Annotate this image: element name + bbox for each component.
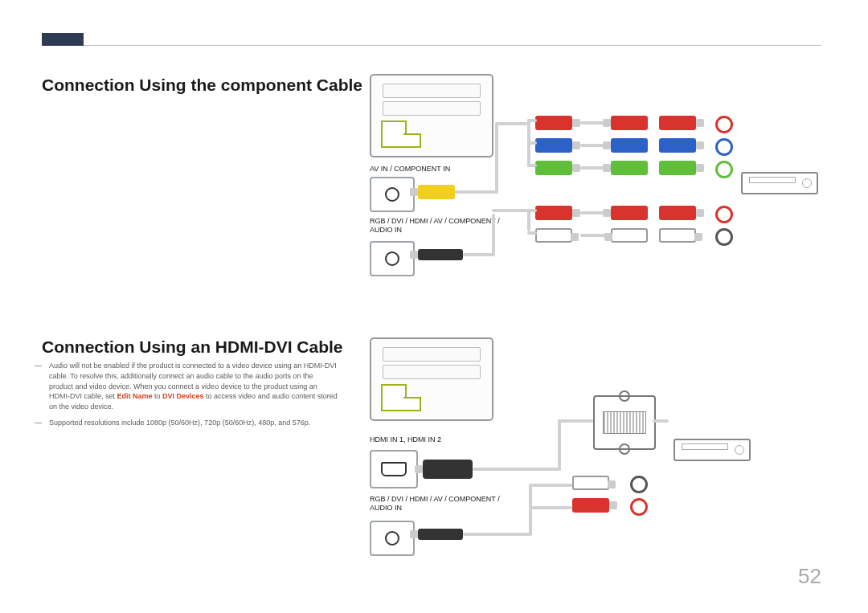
component-yellow-plug-icon [418, 185, 455, 199]
audio-white-jack-icon [715, 228, 733, 246]
component-red-plug-icon [659, 116, 696, 130]
note-2-text: Supported resolutions include 1080p (50/… [49, 419, 310, 427]
component-blue-plug-icon [659, 138, 696, 153]
av-in-label: AV IN / COMPONENT IN [370, 165, 498, 174]
component-blue-plug-icon [611, 138, 648, 153]
av-in-port-panel [370, 177, 415, 212]
audio-red-plug-icon [659, 206, 696, 220]
diagram-component: AV IN / COMPONENT IN RGB / DVI / HDMI / … [370, 74, 820, 299]
component-red-jack-icon [715, 116, 733, 133]
hdmi-port-panel [370, 450, 418, 488]
note-1-mid: to [153, 392, 163, 400]
component-blue-jack-icon [715, 138, 733, 156]
audio-red-plug-icon [535, 206, 572, 220]
tv-back-panel-icon [370, 337, 493, 421]
component-red-plug-icon [611, 116, 648, 130]
hdmi-in-label: HDMI IN 1, HDMI IN 2 [370, 435, 514, 444]
audio-white-jack-icon [630, 476, 648, 493]
audio-red-jack-icon [715, 206, 733, 223]
section2-notes: ―Audio will not be enabled if the produc… [42, 361, 338, 434]
component-red-plug-icon [535, 116, 572, 130]
audio-in-port-panel-1 [370, 241, 415, 276]
audio-in-jack-icon [385, 251, 399, 266]
audio-red-plug-icon [572, 498, 609, 513]
dvd-player-icon [741, 172, 818, 194]
dvd-player-icon [674, 439, 751, 461]
audio-in-jack-icon [385, 531, 399, 546]
hdmi-port-icon [381, 462, 407, 476]
note-1-editname: Edit Name [117, 392, 153, 400]
audio-white-plug-icon [611, 228, 648, 243]
component-green-jack-icon [715, 161, 733, 178]
header-tab [42, 33, 84, 46]
header-rule [42, 45, 821, 46]
audio-white-plug-icon [572, 476, 609, 490]
audio-minijack-plug-icon [418, 249, 463, 260]
audio-white-plug-icon [535, 228, 572, 243]
component-green-plug-icon [611, 161, 648, 175]
av-in-jack-icon [385, 187, 399, 202]
hdmi-plug-icon [423, 460, 473, 479]
dvi-connector-icon [593, 395, 656, 450]
tv-back-panel-icon [370, 74, 493, 157]
diagram-hdmi-dvi: HDMI IN 1, HDMI IN 2 RGB / DVI / HDMI / … [370, 337, 820, 578]
audio-white-plug-icon [659, 228, 696, 243]
note-2: ―Supported resolutions include 1080p (50… [42, 418, 338, 428]
audio-in-port-panel-2 [370, 521, 415, 556]
audio-minijack-plug-icon [418, 529, 463, 540]
audio-in-label-2: RGB / DVI / HDMI / AV / COMPONENT / AUDI… [370, 495, 514, 513]
component-blue-plug-icon [535, 138, 572, 153]
section2-title: Connection Using an HDMI-DVI Cable [42, 337, 343, 357]
audio-red-plug-icon [611, 206, 648, 220]
note-1: ―Audio will not be enabled if the produc… [42, 361, 338, 412]
section1-title: Connection Using the component Cable [42, 76, 362, 95]
audio-red-jack-icon [630, 498, 648, 516]
component-green-plug-icon [535, 161, 572, 175]
note-1-dvidevices: DVI Devices [162, 392, 204, 400]
component-green-plug-icon [659, 161, 696, 175]
